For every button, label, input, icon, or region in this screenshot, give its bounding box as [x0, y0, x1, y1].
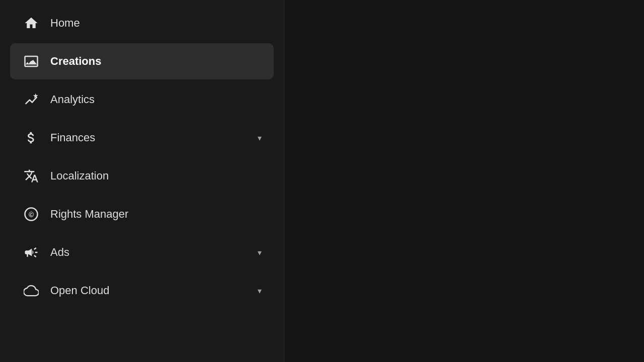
sidebar-item-rights-manager[interactable]: © Rights Manager — [10, 196, 274, 232]
open-cloud-icon — [22, 282, 40, 300]
ads-icon — [22, 243, 40, 261]
sidebar-item-finances[interactable]: Finances ▾ — [10, 120, 274, 156]
sidebar-item-home[interactable]: Home — [10, 5, 274, 41]
sidebar-item-open-cloud[interactable]: Open Cloud ▾ — [10, 273, 274, 309]
sidebar-item-creations[interactable]: Creations — [10, 43, 274, 79]
creations-icon — [22, 52, 40, 70]
sidebar-item-analytics[interactable]: Analytics — [10, 81, 274, 118]
sidebar-item-label: Open Cloud — [50, 284, 248, 297]
sidebar-item-label: Localization — [50, 169, 262, 183]
home-icon — [22, 14, 40, 32]
rights-manager-icon: © — [22, 205, 40, 223]
main-content — [284, 0, 644, 362]
sidebar-item-label: Home — [50, 17, 262, 30]
analytics-icon — [22, 90, 40, 109]
localization-icon — [22, 167, 40, 185]
sidebar: Home Creations Analytics Finances ▾ — [0, 0, 284, 362]
sidebar-item-label: Analytics — [50, 93, 262, 106]
finances-icon — [22, 129, 40, 147]
sidebar-item-label: Ads — [50, 246, 248, 259]
sidebar-item-localization[interactable]: Localization — [10, 158, 274, 194]
chevron-down-icon: ▾ — [258, 286, 262, 296]
sidebar-item-label: Finances — [50, 131, 248, 144]
svg-text:©: © — [29, 211, 34, 219]
sidebar-item-ads[interactable]: Ads ▾ — [10, 234, 274, 270]
sidebar-item-label: Creations — [50, 55, 262, 68]
chevron-down-icon: ▾ — [258, 248, 262, 257]
sidebar-item-label: Rights Manager — [50, 208, 262, 221]
chevron-down-icon: ▾ — [258, 133, 262, 143]
